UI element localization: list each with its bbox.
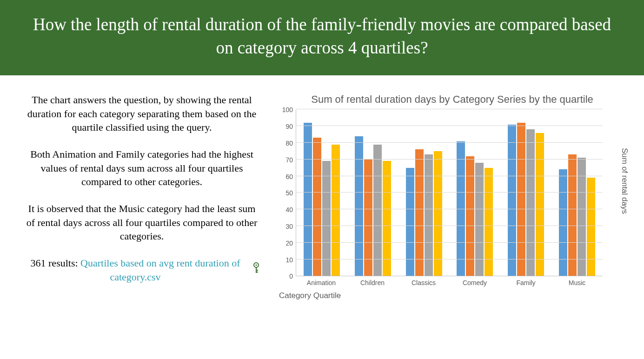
chart-y-tick: 60 — [285, 173, 293, 180]
svg-rect-4 — [256, 272, 258, 273]
chart-bar — [466, 156, 474, 276]
chart-gridline — [296, 259, 603, 259]
chart-y-tick: 40 — [285, 206, 293, 213]
chart-bar — [304, 123, 312, 276]
chart-y-tick: 50 — [285, 189, 293, 197]
chart-title: Sum of rental duration days by Category … — [279, 93, 625, 106]
chart-x-tick-label: Music — [551, 276, 603, 286]
chart-gridline — [296, 226, 603, 226]
chart-gridline — [296, 126, 603, 126]
results-count-text: 361 results: — [31, 257, 81, 269]
chart-x-tick-label: Comedy — [449, 276, 500, 286]
chart-bar-group — [398, 110, 450, 276]
chart-gridline — [296, 142, 603, 143]
chart-y-tick: 20 — [285, 239, 293, 247]
chart-bars — [296, 110, 603, 276]
chart-x-tick-label: Animation — [296, 276, 347, 286]
chart-bar-group — [449, 110, 500, 276]
chart-bar — [434, 151, 442, 276]
chart-gridline — [296, 242, 603, 243]
chart-bar-group — [551, 110, 603, 276]
key-icon — [252, 262, 260, 278]
chart-y-axis-title: Sum of rental days — [620, 148, 629, 214]
chart-y-tick: 70 — [285, 156, 293, 164]
chart-bar — [508, 125, 516, 276]
chart-y-tick: 100 — [282, 106, 293, 113]
description-para-1: The chart answers the question, by showi… — [23, 93, 260, 134]
chart-y-tick: 10 — [285, 256, 293, 264]
chart-bar — [332, 145, 340, 276]
chart-column: Sum of rental duration days by Category … — [279, 93, 625, 301]
svg-rect-3 — [256, 270, 258, 271]
chart-gridline — [296, 209, 603, 209]
chart-gridline — [296, 159, 603, 160]
chart-bar — [517, 123, 525, 276]
description-column: The chart answers the question, by showi… — [19, 93, 265, 301]
chart-bar — [559, 169, 567, 276]
svg-point-1 — [255, 264, 257, 266]
description-para-3: It is observed that the Music category h… — [23, 202, 260, 243]
chart-bar — [373, 145, 382, 276]
chart-bar-group — [500, 110, 551, 276]
chart-y-tick: 80 — [285, 140, 293, 147]
chart-gridline — [296, 192, 603, 193]
content-row: The chart answers the question, by showi… — [0, 75, 644, 301]
chart-x-axis-title: Category Quartile — [279, 291, 625, 300]
results-row: 361 results: Quartiles based on avg rent… — [23, 256, 260, 284]
page-title: How the length of rental duration of the… — [0, 0, 644, 75]
description-para-2: Both Animation and Family categories had… — [23, 147, 260, 189]
chart-y-tick: 90 — [285, 123, 293, 130]
chart-bar — [485, 168, 493, 276]
chart-x-tick-label: Children — [347, 276, 398, 286]
chart-y-tick: 30 — [285, 223, 293, 230]
chart-y-axis: 0102030405060708090100 — [279, 110, 296, 276]
chart-y-tick: 0 — [289, 273, 293, 280]
chart-bar — [406, 168, 414, 276]
chart-bar — [568, 154, 577, 276]
chart-plot-area — [296, 110, 603, 276]
chart-bar — [355, 136, 363, 276]
chart-bar — [526, 129, 535, 276]
chart-bar — [425, 154, 433, 276]
chart-x-tick-label: Classics — [398, 276, 449, 286]
chart-x-labels: AnimationChildrenClassicsComedyFamilyMus… — [296, 276, 603, 286]
chart-gridline — [296, 109, 603, 109]
results-file-link[interactable]: Quartiles based on avg rent duration of … — [80, 257, 240, 283]
chart-bar-group — [296, 110, 347, 276]
chart-gridline — [296, 176, 603, 176]
chart-bar-group — [347, 110, 398, 276]
chart-bar — [536, 133, 544, 276]
chart-plot-wrap: 0102030405060708090100 — [279, 110, 625, 276]
chart-x-tick-label: Family — [500, 276, 551, 286]
chart-bar — [415, 149, 424, 276]
